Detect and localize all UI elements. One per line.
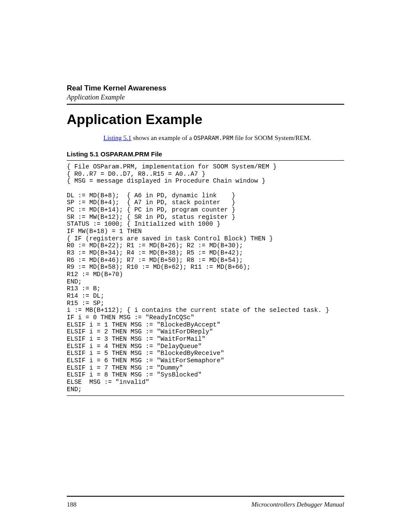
footer: 188 Microcontrollers Debugger Manual bbox=[67, 496, 344, 508]
page-number: 188 bbox=[67, 501, 77, 508]
page: Real Time Kernel Awareness Application E… bbox=[0, 0, 411, 532]
intro-text-2: file for SOOM System/REM. bbox=[234, 134, 311, 141]
intro-code-filename: OSPARAM.PRM bbox=[193, 135, 233, 142]
running-head-section: Application Example bbox=[67, 93, 344, 101]
listing-code: { File OSParam.PRM, implementation for S… bbox=[67, 163, 344, 393]
header-rule bbox=[67, 104, 344, 105]
intro-paragraph: Listing 5.1 shows an example of a OSPARA… bbox=[103, 134, 344, 143]
footer-row: 188 Microcontrollers Debugger Manual bbox=[67, 501, 344, 508]
listing-caption: Listing 5.1 OSPARAM.PRM File bbox=[67, 150, 344, 158]
intro-text-1: shows an example of a bbox=[131, 134, 193, 141]
running-head-chapter: Real Time Kernel Awareness bbox=[67, 84, 344, 93]
section-title: Application Example bbox=[67, 112, 344, 128]
footer-rule bbox=[67, 496, 344, 497]
listing-bottom-rule bbox=[67, 395, 344, 396]
listing-top-rule bbox=[67, 160, 344, 161]
manual-title: Microcontrollers Debugger Manual bbox=[251, 501, 344, 508]
listing-link[interactable]: Listing 5.1 bbox=[103, 134, 131, 141]
